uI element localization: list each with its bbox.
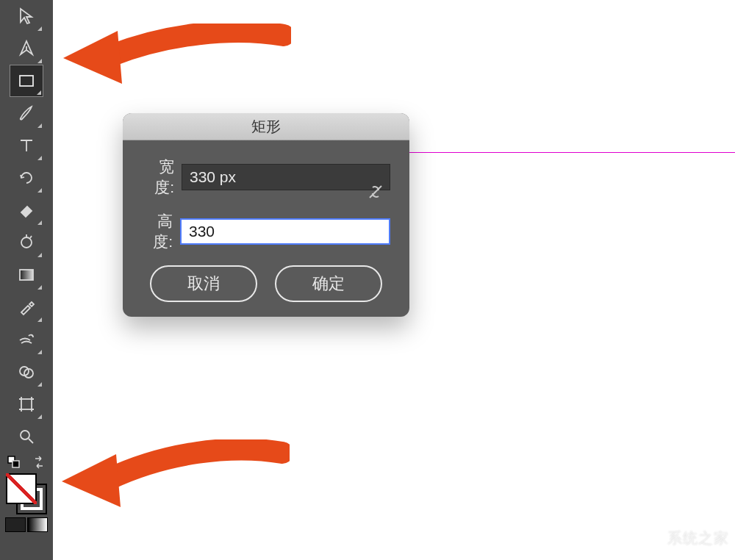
svg-point-1 — [21, 237, 32, 248]
flyout-indicator-icon — [37, 123, 42, 128]
flyout-indicator-icon — [37, 156, 42, 160]
gradient-tool[interactable] — [10, 259, 43, 291]
svg-rect-0 — [20, 76, 33, 86]
fill-stroke-swatch[interactable] — [6, 473, 47, 514]
annotation-arrow-top — [63, 24, 291, 90]
width-label: 宽度: — [142, 157, 174, 198]
flyout-indicator-icon — [37, 253, 42, 257]
flyout-indicator-icon — [37, 382, 42, 387]
rectangle-dialog: 矩形 宽度: 高度: 取消 确定 — [123, 113, 409, 317]
svg-rect-2 — [20, 270, 33, 280]
height-input[interactable] — [180, 218, 390, 245]
flyout-indicator-icon — [37, 26, 42, 31]
guide-line — [406, 152, 735, 153]
width-input[interactable] — [182, 164, 390, 190]
artboard-tool[interactable] — [10, 388, 43, 420]
watermark: 系统之家 — [637, 528, 729, 548]
flyout-indicator-icon — [37, 220, 42, 225]
draw-mode-gradient[interactable] — [27, 517, 48, 532]
annotation-arrow-bottom — [62, 439, 290, 520]
symbol-sprayer-tool[interactable] — [10, 323, 43, 356]
svg-rect-8 — [12, 461, 19, 467]
ok-button[interactable]: 确定 — [275, 265, 382, 302]
flyout-indicator-icon — [37, 188, 42, 193]
svg-rect-5 — [21, 399, 32, 409]
cancel-button[interactable]: 取消 — [150, 265, 257, 302]
type-tool[interactable] — [10, 129, 43, 162]
link-constrain-icon[interactable] — [365, 182, 386, 206]
shape-builder-tool[interactable] — [10, 356, 43, 388]
default-colors-icon[interactable] — [7, 456, 21, 472]
color-controls — [4, 456, 49, 534]
pen-tool[interactable] — [10, 32, 43, 65]
flyout-indicator-icon — [37, 350, 42, 354]
watermark-text: 系统之家 — [667, 528, 729, 548]
eraser-tool[interactable] — [10, 194, 43, 226]
fill-swatch[interactable] — [6, 473, 37, 504]
eyedropper-tool[interactable] — [10, 291, 43, 323]
svg-line-9 — [370, 186, 381, 198]
svg-point-6 — [21, 431, 29, 439]
height-label: 高度: — [142, 211, 173, 252]
move-tool[interactable] — [10, 0, 43, 32]
rectangle-tool[interactable] — [10, 65, 43, 97]
flyout-indicator-icon — [37, 90, 41, 95]
rotate-view-tool[interactable] — [10, 226, 43, 259]
svg-marker-10 — [63, 31, 122, 84]
zoom-tool[interactable] — [10, 420, 43, 453]
tool-panel — [0, 0, 53, 560]
svg-rect-12 — [646, 540, 652, 545]
flyout-indicator-icon — [37, 59, 42, 63]
flyout-indicator-icon — [37, 414, 42, 419]
flyout-indicator-icon — [37, 317, 42, 322]
draw-mode-solid[interactable] — [5, 517, 26, 532]
rotate-tool[interactable] — [10, 162, 43, 194]
svg-marker-11 — [62, 454, 121, 507]
flyout-indicator-icon — [37, 285, 42, 290]
dialog-title: 矩形 — [123, 113, 409, 140]
brush-tool[interactable] — [10, 97, 43, 129]
swap-colors-icon[interactable] — [32, 456, 46, 472]
